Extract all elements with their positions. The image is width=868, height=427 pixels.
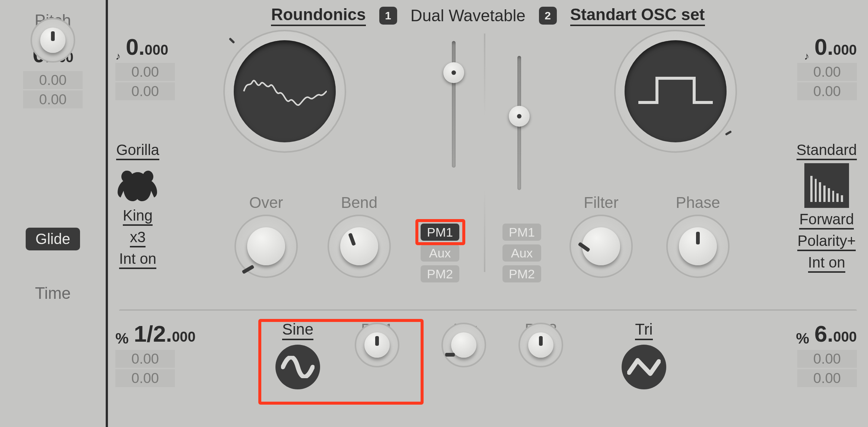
gorilla-icon	[115, 163, 160, 204]
osc2-ratio-mod-1[interactable]: 0.00	[797, 350, 857, 368]
pm-wave1-select[interactable]: Sine	[282, 320, 313, 340]
glide-button[interactable]: Glide	[26, 228, 80, 250]
pitch-mod-2[interactable]: 0.00	[23, 91, 83, 108]
osc1-ratio-mod-2[interactable]: 0.00	[115, 369, 175, 387]
osc1-bend-label: Bend	[341, 194, 377, 212]
osc2-pitch-value[interactable]: 0.000	[814, 34, 857, 60]
tri-wave-icon[interactable]	[622, 345, 666, 389]
osc2-wavetable-knob[interactable]	[614, 30, 737, 153]
osc2-waveform-icon	[635, 69, 717, 114]
osc2-phase-knob-group: Phase	[666, 194, 730, 278]
osc1-pitch-mod-2[interactable]: 0.00	[115, 82, 175, 100]
osc2-badge[interactable]: 2	[539, 7, 557, 25]
osc1-preset-name[interactable]: Roundonics	[271, 5, 366, 26]
osc-mode-label[interactable]: Dual Wavetable	[411, 6, 526, 25]
pm2-knob[interactable]	[518, 323, 563, 367]
osc2-mode[interactable]: Standard	[797, 142, 857, 160]
pitch-rail: Pitch 0.000 0.00 0.00 Glide Time	[0, 0, 108, 427]
osc1-badge[interactable]: 1	[379, 7, 397, 25]
osc1-mix-slider[interactable]	[450, 41, 457, 168]
osc2-int[interactable]: Int on	[808, 254, 845, 273]
osc1-ratio-value[interactable]: 1/2.000	[134, 320, 196, 347]
osc1-unison-mode[interactable]: King	[123, 207, 153, 226]
osc1-bend-knob-group: Bend	[328, 194, 391, 278]
osc2-ratio-mod-2[interactable]: 0.00	[797, 369, 857, 387]
osc1-waveform-icon	[242, 69, 328, 114]
osc2-filter-label: Filter	[584, 194, 618, 212]
time-knob[interactable]	[31, 18, 75, 63]
osc2-ratio-value[interactable]: 6.000	[814, 320, 857, 347]
osc2-aux-tag[interactable]: Aux	[502, 244, 541, 262]
osc2-pitch-mod-2[interactable]: 0.00	[797, 82, 857, 100]
osc2-pm2-tag[interactable]: PM2	[502, 265, 541, 282]
osc1-pm1-tag[interactable]: PM1	[421, 224, 459, 241]
osc1-aux-tag[interactable]: Aux	[421, 244, 459, 262]
percent-icon: %	[796, 330, 809, 347]
osc2-filter-knob[interactable]	[569, 215, 633, 278]
osc1-bend-knob[interactable]	[328, 215, 391, 278]
osc1-pitch-value[interactable]: 0.000	[126, 34, 168, 60]
osc2-phase-knob[interactable]	[666, 215, 730, 278]
osc1-pm2-tag[interactable]: PM2	[421, 265, 459, 282]
osc1-unison-int[interactable]: Int on	[119, 250, 156, 269]
time-label: Time	[35, 284, 71, 303]
percent-icon: %	[115, 330, 129, 347]
osc2-polarity[interactable]: Polarity+	[797, 233, 856, 251]
pitch-mod-1[interactable]: 0.00	[23, 71, 83, 89]
pm-wave2-select[interactable]: Tri	[635, 320, 652, 340]
osc1-over-label: Over	[249, 194, 283, 212]
osc2-direction[interactable]: Forward	[799, 211, 854, 230]
osc2-pm1-tag[interactable]: PM1	[502, 224, 541, 241]
pm1-knob[interactable]	[355, 323, 399, 367]
osc1-over-knob-group: Over	[234, 194, 298, 278]
osc2-filter-knob-group: Filter	[569, 194, 633, 278]
oscillator-panel: Roundonics 1 Dual Wavetable 2 Standart O…	[108, 0, 868, 427]
aux-knob[interactable]	[441, 323, 486, 367]
osc1-ratio-mod-1[interactable]: 0.00	[115, 350, 175, 368]
osc2-mix-slider[interactable]	[516, 56, 523, 190]
note-icon: ♪	[115, 50, 121, 62]
osc1-unison-voice[interactable]: Gorilla	[116, 142, 159, 160]
osc1-unison-count[interactable]: x3	[130, 229, 146, 247]
osc-divider	[484, 34, 485, 272]
osc2-phase-label: Phase	[676, 194, 720, 212]
bars-icon	[804, 163, 849, 208]
osc2-preset-name[interactable]: Standart OSC set	[570, 5, 705, 26]
osc1-over-knob[interactable]	[234, 215, 298, 278]
section-divider	[119, 309, 857, 311]
osc1-pitch-mod-1[interactable]: 0.00	[115, 63, 175, 81]
osc2-pitch-mod-1[interactable]: 0.00	[797, 63, 857, 81]
sine-wave-icon[interactable]	[275, 345, 320, 389]
note-icon: ♪	[804, 50, 809, 62]
osc1-wavetable-knob[interactable]	[223, 30, 346, 153]
